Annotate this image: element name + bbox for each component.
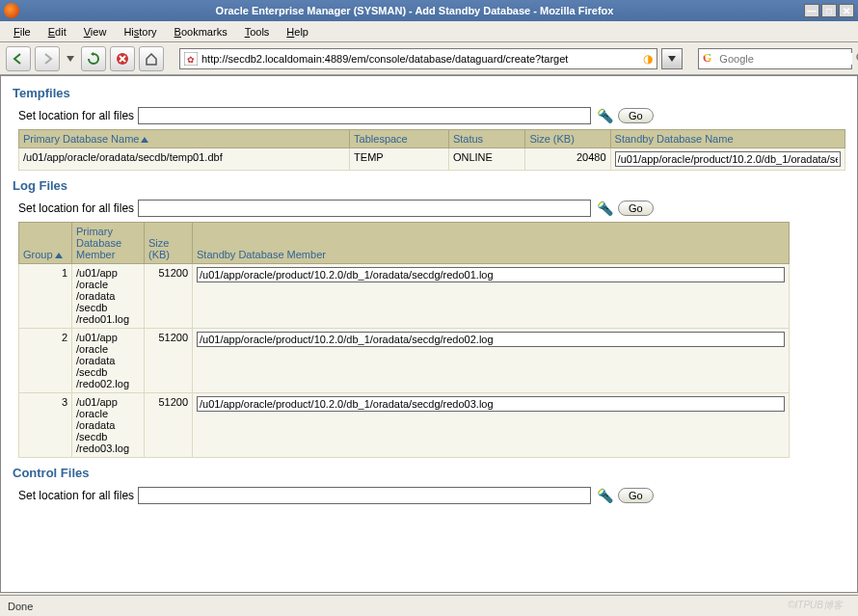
table-row: 1​/u01​/app​/oracle​/oradata​/secdb​/red… <box>19 264 790 329</box>
standby-member-input[interactable] <box>197 267 785 282</box>
search-bar <box>698 48 852 69</box>
tempfiles-loc-label: Set location for all files <box>18 109 134 122</box>
cell-size: 51200 <box>145 393 193 458</box>
table-row: 2​/u01​/app​/oracle​/oradata​/secdb​/red… <box>19 329 790 393</box>
col-status[interactable]: Status <box>448 130 524 148</box>
back-button[interactable] <box>6 46 31 71</box>
menu-file[interactable]: File <box>6 24 39 40</box>
logfiles-go-button[interactable]: Go <box>618 201 654 216</box>
flashlight-icon[interactable]: 🔦 <box>595 106 614 125</box>
home-button[interactable] <box>139 46 164 71</box>
cell-pdm: ​/u01​/app​/oracle​/oradata​/secdb​/redo… <box>72 264 145 329</box>
cell-sdm <box>193 264 790 329</box>
sort-asc-icon <box>55 253 63 258</box>
window-titlebar: Oracle Enterprise Manager (SYSMAN) - Add… <box>0 0 858 21</box>
sort-asc-icon <box>141 137 148 143</box>
flashlight-icon[interactable]: 🔦 <box>595 199 614 218</box>
page-favicon: ✿ <box>184 52 198 66</box>
col-tablespace[interactable]: Tablespace <box>350 130 449 148</box>
menu-help[interactable]: Help <box>279 24 316 40</box>
table-row: 3​/u01​/app​/oracle​/oradata​/secdb​/red… <box>19 393 790 458</box>
col-size[interactable]: Size (KB) <box>145 223 193 264</box>
menubar: File Edit View History Bookmarks Tools H… <box>0 21 858 42</box>
toolbar: ✿ ◑ <box>0 42 858 75</box>
col-group[interactable]: Group <box>19 223 72 264</box>
cell-size: 20480 <box>525 148 610 171</box>
col-sdm[interactable]: Standby Database Member <box>193 223 790 264</box>
tempfiles-heading: Tempfiles <box>13 86 845 100</box>
controlfiles-go-button[interactable]: Go <box>618 488 654 503</box>
logfiles-loc-input[interactable] <box>138 200 591 217</box>
cell-group: 1 <box>19 264 72 329</box>
standby-member-input[interactable] <box>197 396 785 412</box>
cell-pdm: ​/u01​/app​/oracle​/oradata​/secdb​/redo… <box>72 329 145 393</box>
menu-tools[interactable]: Tools <box>237 24 278 40</box>
flashlight-icon[interactable]: 🔦 <box>595 486 614 505</box>
cell-size: 51200 <box>145 329 193 393</box>
url-bar: ✿ ◑ <box>179 48 657 69</box>
cell-sdn <box>610 148 845 171</box>
standby-member-input[interactable] <box>197 332 785 347</box>
minimize-button[interactable]: — <box>804 4 819 17</box>
cell-status: ONLINE <box>448 148 524 171</box>
tempfiles-loc-input[interactable] <box>138 107 591 124</box>
tempfiles-table: Primary Database Name Tablespace Status … <box>18 129 845 171</box>
url-input[interactable] <box>201 53 639 65</box>
tempfiles-go-button[interactable]: Go <box>618 108 654 123</box>
controlfiles-loc-input[interactable] <box>138 487 591 504</box>
history-dropdown-icon[interactable] <box>64 46 77 71</box>
col-standby-db-name[interactable]: Standby Database Name <box>610 130 845 148</box>
search-input[interactable] <box>719 53 852 65</box>
cell-pdn: /u01/app/oracle/oradata/secdb/temp01.dbf <box>19 148 350 171</box>
firefox-icon <box>4 3 19 18</box>
standby-name-input[interactable] <box>615 151 841 167</box>
logfiles-table: Group Primary Database Member Size (KB) … <box>18 222 790 458</box>
menu-view[interactable]: View <box>76 24 115 40</box>
menu-history[interactable]: History <box>116 24 164 40</box>
cell-ts: TEMP <box>350 148 449 171</box>
status-bar: Done <box>0 595 858 616</box>
cell-sdm <box>193 329 790 393</box>
forward-button[interactable] <box>35 46 60 71</box>
logfiles-loc-label: Set location for all files <box>18 201 134 215</box>
reload-button[interactable] <box>81 46 106 71</box>
cell-sdm <box>193 393 790 458</box>
cell-group: 3 <box>19 393 72 458</box>
menu-edit[interactable]: Edit <box>40 24 74 40</box>
svg-text:✿: ✿ <box>187 55 195 65</box>
col-pdm[interactable]: Primary Database Member <box>72 223 145 264</box>
controlfiles-heading: Control Files <box>13 466 845 480</box>
menu-bookmarks[interactable]: Bookmarks <box>167 24 235 40</box>
cell-pdm: ​/u01​/app​/oracle​/oradata​/secdb​/redo… <box>72 393 145 458</box>
table-row: /u01/app/oracle/oradata/secdb/temp01.dbf… <box>19 148 845 171</box>
maximize-button[interactable]: □ <box>821 4 837 17</box>
window-title: Oracle Enterprise Manager (SYSMAN) - Add… <box>25 5 804 16</box>
content-viewport[interactable]: Tempfiles Set location for all files 🔦 G… <box>0 75 858 593</box>
col-primary-db-name[interactable]: Primary Database Name <box>19 130 350 148</box>
controlfiles-loc-label: Set location for all files <box>18 489 134 502</box>
status-text: Done <box>8 601 33 612</box>
cell-size: 51200 <box>145 264 193 329</box>
feed-icon[interactable]: ◑ <box>643 52 653 66</box>
col-size[interactable]: Size (KB) <box>525 130 610 148</box>
close-button[interactable]: ✕ <box>839 4 854 17</box>
cell-group: 2 <box>19 329 72 393</box>
url-dropdown-button[interactable] <box>661 48 683 69</box>
stop-button[interactable] <box>110 46 135 71</box>
google-icon <box>703 52 711 66</box>
logfiles-heading: Log Files <box>13 178 845 193</box>
